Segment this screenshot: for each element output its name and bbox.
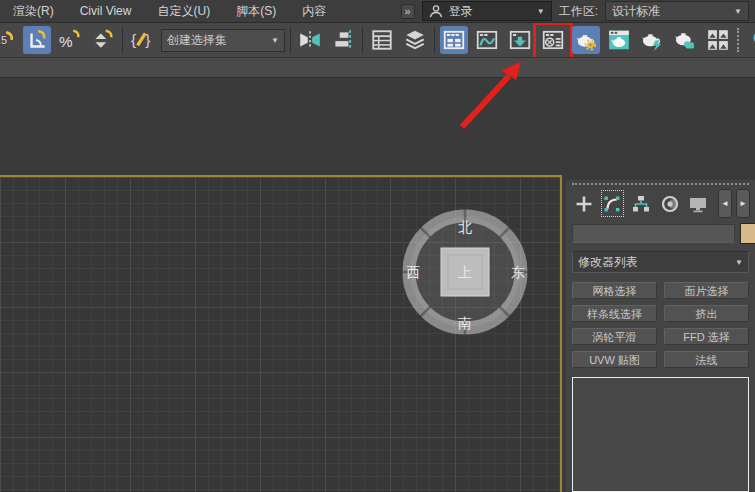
chevron-down-icon: ▼ [734,7,742,16]
modifier-button-turbosmooth[interactable]: 涡轮平滑 [572,328,657,345]
viewcube-top-label: 上 [458,264,472,280]
object-name-row [572,223,749,244]
tab-modify[interactable] [600,189,626,218]
curve-editor-button[interactable] [473,26,501,54]
toolbar-separator [362,27,363,53]
spinner-snap-icon [91,28,115,52]
menu-bar: 渲染(R) Civil View 自定义(U) 脚本(S) 内容 » 登录 ▼ … [0,0,755,23]
modifier-buttons-grid: 网格选择 面片选择 样条线选择 挤出 涡轮平滑 FFD 选择 UVW 贴图 法线 [572,282,749,368]
workspace-dropdown[interactable]: 设计标准 ▼ [605,1,749,21]
modifier-list-dropdown[interactable]: 修改器列表 ▼ [572,251,749,273]
modify-icon [601,193,623,215]
scene-explorer-button[interactable] [368,26,396,54]
object-name-field[interactable] [572,224,735,243]
command-panel-tabs: ◄ ► [571,187,750,220]
svg-text:{: { [131,31,136,48]
command-panel: ◄ ► 修改器列表 ▼ 网格选择 面片选择 样条线选择 挤出 涡轮平滑 FFD … [566,180,755,492]
modifier-button-mesh-select[interactable]: 网格选择 [572,282,657,299]
chevron-down-icon: ▼ [735,258,743,267]
3dsmax-window: 渲染(R) Civil View 自定义(U) 脚本(S) 内容 » 登录 ▼ … [0,0,755,492]
angle-snap-toggle-button[interactable] [23,26,51,54]
compass-east-label[interactable]: 东 [511,264,525,280]
login-dropdown[interactable]: 登录 ▼ [422,1,552,21]
render-production-button[interactable] [638,26,666,54]
object-color-swatch[interactable] [740,223,755,244]
panel-scroll-right-button[interactable]: ► [736,189,750,218]
tab-create[interactable] [571,189,597,218]
panel-drag-handle[interactable] [572,183,749,185]
tab-display[interactable] [685,189,711,218]
named-selection-set-combo[interactable]: 创建选择集 ▼ [161,29,285,52]
snaps-toggle-button[interactable]: 2.5 [0,26,18,54]
svg-text:2.5: 2.5 [0,34,7,46]
menu-scripting[interactable]: 脚本(S) [223,0,289,22]
modifier-button-ffd-select[interactable]: FFD 选择 [664,328,749,345]
menu-customize[interactable]: 自定义(U) [144,0,223,22]
edit-named-selection-sets-button[interactable]: { } [128,26,156,54]
align-button[interactable] [329,26,357,54]
asset-library-icon [706,28,730,52]
toolbar-overflow-chevron[interactable]: » [401,4,415,19]
render-in-cloud-icon [673,28,697,52]
render-production-icon [640,28,664,52]
viewcube-compass[interactable]: 上 北 西 东 南 [390,197,540,347]
viewport-layout-strip [0,58,755,78]
asset-library-button[interactable] [704,26,732,54]
modifier-stack-list[interactable] [572,377,749,492]
material-editor-button[interactable] [539,26,567,54]
modifier-button-normal[interactable]: 法线 [664,351,749,368]
menu-civil-view[interactable]: Civil View [67,0,145,22]
create-plus-icon [573,193,595,215]
align-icon [331,28,355,52]
ribbon-toggle-button[interactable] [440,26,468,54]
panel-scroll-left-button[interactable]: ◄ [718,189,732,218]
modifier-button-uvw-map[interactable]: UVW 贴图 [572,351,657,368]
menu-content[interactable]: 内容 [289,0,339,22]
compass-west-label[interactable]: 西 [406,264,420,280]
modifier-list-label: 修改器列表 [578,254,638,271]
rendered-frame-window-button[interactable] [605,26,633,54]
modifier-button-patch-select[interactable]: 面片选择 [664,282,749,299]
compass-north-label[interactable]: 北 [458,219,472,235]
default-lighting-button[interactable] [746,26,755,54]
chevron-down-icon: ▼ [271,36,279,45]
render-setup-button[interactable] [572,26,600,54]
hierarchy-icon [630,193,652,215]
braces-pencil-icon: { } [130,28,154,52]
schematic-view-button[interactable] [506,26,534,54]
ribbon-toggle-icon [442,28,466,52]
render-in-cloud-button[interactable] [671,26,699,54]
workspace-label: 工作区: [559,3,598,20]
material-editor-icon [541,28,565,52]
mirror-icon [298,28,322,52]
rendered-frame-window-icon [607,28,631,52]
main-toolbar: 2.5 % [0,23,755,58]
modifier-button-extrude[interactable]: 挤出 [664,305,749,322]
mirror-button[interactable] [296,26,324,54]
toolbar-separator [290,27,291,53]
login-label: 登录 [449,3,473,20]
named-selection-set-value: 创建选择集 [167,32,227,49]
svg-text:%: % [59,33,73,50]
modifier-button-spline-select[interactable]: 样条线选择 [572,305,657,322]
workspace-value: 设计标准 [612,3,660,20]
layer-explorer-icon [403,28,427,52]
tab-motion[interactable] [657,189,683,218]
arrow-left-icon: ◄ [721,199,729,208]
toolbar-separator [122,27,123,53]
tab-hierarchy[interactable] [628,189,654,218]
arrow-right-icon: ► [739,199,747,208]
spinner-snap-toggle-button[interactable] [89,26,117,54]
render-setup-icon [574,28,598,52]
angle-snap-icon [25,28,49,52]
toolbar-separator [434,27,435,53]
snaps-2-5-icon: 2.5 [0,28,16,52]
percent-snap-icon: % [58,28,82,52]
menu-render[interactable]: 渲染(R) [0,0,67,22]
curve-editor-icon [475,28,499,52]
top-viewport[interactable]: 上 北 西 东 南 [0,175,562,492]
compass-south-label[interactable]: 南 [458,315,472,331]
layer-explorer-button[interactable] [401,26,429,54]
motion-wheel-icon [659,193,681,215]
percent-snap-toggle-button[interactable]: % [56,26,84,54]
